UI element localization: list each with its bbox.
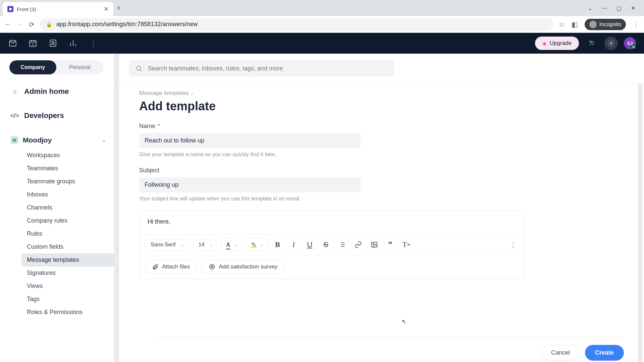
sidebar-item-rules[interactable]: Rules (21, 227, 115, 240)
create-button[interactable]: Create (585, 345, 624, 361)
font-size-select[interactable]: 14⌄ (194, 239, 218, 251)
chevron-down-icon: ⌄ (180, 242, 184, 247)
browser-menu-icon[interactable]: ⋮ (633, 20, 639, 28)
sidebar-item-inboxes[interactable]: Inboxes (21, 188, 115, 201)
clear-format-button[interactable]: T✕ (400, 238, 413, 251)
contacts-icon[interactable] (48, 39, 58, 48)
add-survey-label: Add satisfaction survey (219, 263, 277, 270)
breadcrumb: Message templates › (139, 90, 624, 97)
search-icon (136, 65, 143, 72)
close-window-icon[interactable]: ✕ (631, 5, 635, 11)
attach-files-label: Attach files (162, 263, 190, 270)
browser-tab[interactable]: Front (3) ✕ (3, 2, 113, 16)
chevron-down-icon: ⌄ (102, 137, 106, 143)
font-family-select[interactable]: Sans-Serif⌄ (144, 239, 190, 251)
help-button[interactable]: ?⃝ (585, 37, 598, 50)
bookmark-icon[interactable]: ☆ (559, 20, 565, 28)
bold-button[interactable]: B (271, 238, 284, 251)
calendar-icon[interactable]: 31 (28, 39, 38, 48)
text-color-button[interactable]: A⌄ (221, 238, 242, 251)
template-body-editor[interactable]: Hi there, (140, 211, 525, 234)
settings-search[interactable] (129, 60, 394, 77)
developers-label: Developers (24, 111, 64, 120)
search-input[interactable] (148, 65, 387, 72)
inbox-icon[interactable] (8, 39, 17, 48)
diamond-icon: ◈ (542, 40, 546, 47)
toolbar-more-icon[interactable]: ⋮ (510, 241, 520, 249)
chevron-right-icon: › (191, 90, 193, 96)
avatar[interactable]: SJ (624, 37, 636, 49)
sidebar-item-teammate-groups[interactable]: Teammate groups (21, 175, 115, 188)
upgrade-button[interactable]: ◈ Upgrade (535, 37, 579, 50)
sidebar-item-signatures[interactable]: Signatures (21, 266, 115, 280)
sidebar-item-tags[interactable]: Tags (21, 293, 115, 306)
url-text: app.frontapp.com/settings/tim:7858132/an… (56, 21, 198, 28)
sidebar-admin-home[interactable]: ⌂ Admin home (7, 84, 115, 99)
settings-button[interactable] (604, 37, 618, 50)
minimize-icon[interactable]: ― (602, 5, 607, 11)
tabs-dropdown-icon[interactable]: ⌄ (588, 5, 592, 11)
sidebar-item-company-rules[interactable]: Company rules (21, 214, 115, 227)
image-button[interactable] (368, 238, 381, 251)
attach-files-button[interactable]: Attach files (145, 260, 197, 274)
cursor-icon: ↖ (402, 318, 406, 325)
home-icon: ⌂ (11, 88, 19, 95)
strikethrough-button[interactable]: S (320, 238, 332, 251)
sidebar-item-channels[interactable]: Channels (21, 201, 115, 214)
chevron-down-icon: ⌄ (209, 242, 213, 247)
incognito-badge[interactable]: Incognito (585, 19, 626, 30)
forward-button: → (17, 20, 23, 28)
underline-button[interactable]: U (304, 238, 316, 251)
subject-input[interactable] (145, 181, 355, 188)
sidebar-item-workspaces[interactable]: Workspaces (21, 149, 115, 162)
svg-point-3 (52, 42, 54, 44)
back-button[interactable]: ← (5, 20, 11, 28)
sidebar-developers[interactable]: </> Developers (7, 108, 115, 123)
favicon (7, 6, 13, 12)
incognito-icon (589, 21, 597, 28)
sidebar-item-views[interactable]: Views (21, 280, 115, 293)
list-button[interactable] (336, 238, 348, 251)
subject-label: Subject (139, 167, 624, 174)
sidebar-item-teammates[interactable]: Teammates (21, 162, 115, 175)
lock-icon: 🔒 (46, 21, 52, 27)
avatar-initials: SJ (627, 41, 633, 46)
sidebar-item-roles-permissions[interactable]: Roles & Permissions (21, 306, 115, 319)
toggle-company[interactable]: Company (9, 60, 56, 74)
admin-home-label: Admin home (24, 87, 69, 96)
analytics-icon[interactable] (68, 39, 78, 48)
new-tab-button[interactable]: + (117, 4, 121, 12)
name-help: Give your template a name so you can qui… (139, 152, 624, 158)
cancel-button[interactable]: Cancel (542, 345, 579, 361)
close-tab-icon[interactable]: ✕ (104, 5, 109, 13)
svg-point-7 (373, 243, 374, 245)
paperclip-icon (152, 263, 159, 270)
toggle-personal[interactable]: Personal (56, 60, 103, 74)
italic-button[interactable]: I (287, 238, 300, 251)
quote-button[interactable]: ” (384, 238, 397, 251)
breadcrumb-parent[interactable]: Message templates (139, 90, 189, 97)
name-label: Name * (139, 123, 624, 130)
svg-rect-6 (371, 242, 377, 247)
svg-point-4 (610, 42, 612, 44)
name-input[interactable] (145, 137, 355, 144)
incognito-label: Incognito (599, 21, 621, 27)
highlight-color-button[interactable]: ✎⌄ (246, 238, 268, 251)
code-icon: </> (11, 112, 19, 119)
link-button[interactable] (352, 238, 365, 251)
page-title: Add template (139, 99, 624, 113)
sidebar-item-message-templates[interactable]: Message templates (21, 253, 115, 266)
tab-title: Front (3) (17, 6, 100, 12)
subject-help: Your subject line will update when you u… (139, 196, 624, 202)
sidebar-group-moodjoy[interactable]: M Moodjoy ⌄ (7, 133, 115, 147)
add-survey-button[interactable]: Add satisfaction survey (202, 260, 284, 274)
maximize-icon[interactable]: ▢ (616, 5, 622, 11)
star-badge-icon (209, 263, 215, 270)
reload-button[interactable]: ⟳ (29, 20, 35, 28)
group-name: Moodjoy (23, 136, 52, 144)
group-badge: M (11, 136, 18, 144)
sidebar-item-custom-fields[interactable]: Custom fields (21, 240, 115, 253)
address-bar[interactable]: 🔒 app.frontapp.com/settings/tim:7858132/… (40, 18, 553, 31)
more-apps-icon[interactable]: ⋮ (89, 39, 98, 48)
extensions-icon[interactable]: ◧ (572, 20, 578, 28)
